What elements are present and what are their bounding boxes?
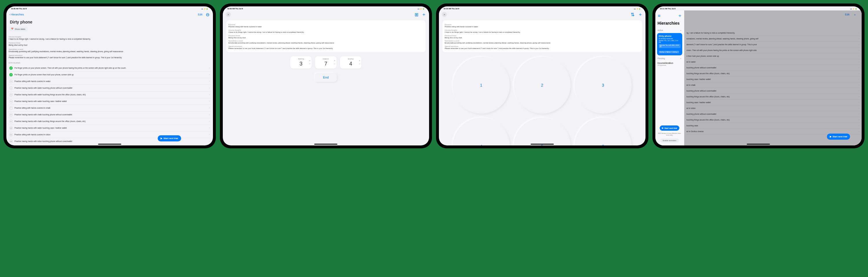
fab-label: Start next trial [163, 137, 178, 140]
chevron-right-icon: › [209, 87, 210, 89]
exposure-num: ✓ [9, 73, 13, 77]
sidebar-item-inconsideration[interactable]: Inconsideration 14 exposures [657, 60, 682, 67]
rating-label: Ending [342, 58, 359, 60]
card-text: Practice sitting with hands covered in w… [228, 26, 424, 28]
dim-overlay[interactable] [684, 10, 862, 145]
status-time: 10:09 AM [227, 8, 235, 9]
exposure-num: 11 [9, 133, 13, 136]
status-icons: ••• ⚡ 🔋 [202, 8, 208, 10]
stepper-icon[interactable]: ⇅ [630, 12, 635, 17]
rating-label: Starting [292, 58, 309, 60]
rating-value: 3 [292, 61, 309, 67]
minus-icon[interactable]: − [359, 62, 361, 65]
home-indicator[interactable] [747, 144, 770, 145]
exposure-row[interactable]: 13Practice having hands with lotion touc… [9, 145, 211, 145]
keypad-key[interactable]: 6 [575, 118, 631, 145]
edit-button[interactable]: Edit [198, 13, 203, 16]
exposure-text: Practice having hands with water touchin… [14, 93, 208, 96]
end-button[interactable]: End [315, 73, 337, 82]
exposures-header: EXPOSURES [9, 62, 211, 64]
section-text: Please remember to use your hook stateme… [9, 56, 211, 59]
start-trial-fab[interactable]: ▶ Start next trial [660, 126, 679, 131]
exposure-text: Practice having hands with water touchin… [14, 127, 208, 129]
chevron-right-icon: › [209, 133, 210, 136]
exposure-text: Practice having hands with water touchin… [14, 87, 208, 89]
back-label: Hierarchies [11, 13, 24, 16]
section-text: Emotionally punishing self, justifying n… [9, 50, 211, 53]
home-indicator[interactable] [531, 144, 554, 145]
grid-icon[interactable]: ⊞ [414, 12, 418, 17]
rating-box[interactable]: Highest7+− [315, 56, 337, 69]
start-trial-fab[interactable]: ▶ Start next trial [827, 134, 850, 140]
show-dates-label: Show dates [15, 28, 26, 30]
show-dates-button[interactable]: 📅 Show dates [9, 27, 28, 31]
sidebar-section-pending[interactable]: Pending ⌄ [657, 56, 682, 60]
section-label: Intrusive thoughts [9, 36, 211, 38]
keypad-key[interactable]: 4 [453, 118, 510, 145]
exposure-num: 3 [9, 80, 13, 83]
keypad-key[interactable]: 5 [514, 118, 571, 145]
exposure-text: Practice sitting with hands covered in w… [14, 80, 208, 83]
home-indicator[interactable] [98, 144, 121, 145]
exposure-row[interactable]: 3Practice sitting with hands covered in … [9, 78, 211, 85]
sidebar-section-active[interactable]: Active ⌄ [657, 28, 682, 32]
plus-icon[interactable]: ＋ [422, 12, 426, 17]
rating-box[interactable]: Ending4+− [340, 56, 361, 69]
rating-label: Highest [317, 58, 334, 60]
rating-box[interactable]: Starting3+− [290, 56, 312, 69]
plus-icon[interactable]: + [309, 59, 311, 62]
keypad-key[interactable]: 1 [453, 57, 510, 114]
keypad-key[interactable]: 3 [575, 57, 631, 114]
exposure-row[interactable]: ✓Put finger prints on phone screen then … [9, 72, 211, 78]
close-button[interactable]: ✕ [226, 12, 231, 17]
card-label: Exposure [228, 24, 424, 26]
section-text: I have to do things right. I cannot be w… [9, 38, 211, 40]
section-text: Being shut out by God [9, 44, 211, 46]
chevron-right-icon: › [209, 127, 210, 129]
chevron-right-icon: › [209, 73, 210, 76]
status-bar: 10:11 AM Thu Jul 8 ••• ⚡ 🔋 [655, 6, 862, 10]
section-label: Special instructions [9, 54, 211, 56]
home-indicator[interactable] [314, 144, 337, 145]
plus-icon[interactable]: ＋ [678, 13, 682, 18]
status-bar: 10:10 AM Thu Jul 8 ••• ⚡ 🔋 [439, 6, 646, 10]
play-icon: ▶ [161, 137, 162, 140]
chevron-right-icon: › [209, 93, 210, 96]
exposure-row[interactable]: 8Practice having hands with chalk touchi… [9, 112, 211, 118]
enable-reminders-button[interactable]: Enable reminders [660, 138, 679, 143]
exposure-row[interactable]: 7Practice sitting with hands covered in … [9, 105, 211, 112]
exposure-row[interactable]: 6Practice having hands with water touchi… [9, 98, 211, 105]
status-bar: 10:09 AM Thu Jul 8 ••• ⚡ 🔋 [6, 6, 213, 10]
exposure-row[interactable]: 5Practice having hands with water touchi… [9, 91, 211, 98]
plus-icon[interactable]: + [334, 59, 336, 62]
exposure-text: Practice sitting with hands covered in c… [14, 107, 208, 109]
minus-icon[interactable]: − [334, 62, 336, 65]
exposure-row[interactable]: 4Practice having hands with water touchi… [9, 85, 211, 91]
exposure-num: 5 [9, 93, 13, 96]
more-icon[interactable]: ⊖ [206, 12, 210, 17]
exposure-num: 4 [9, 86, 13, 90]
exposure-row[interactable]: ✓Put finger prints on your phone screen.… [9, 65, 211, 72]
rating-value: 7 [317, 61, 334, 67]
exposure-row[interactable]: 9Practice having hands with chalk touchi… [9, 118, 211, 125]
status-date: Thu Jul 8 [19, 8, 27, 9]
plus-icon[interactable]: + [359, 59, 361, 62]
exposure-num: 8 [9, 113, 13, 116]
start-trial-fab[interactable]: ▶ Start next trial [158, 135, 181, 141]
exposure-text: Practice having hands with water touchin… [14, 100, 208, 103]
sidebar-note: ERP therapy is most effective when done … [657, 132, 682, 136]
plus-icon[interactable]: ＋ [638, 12, 643, 17]
minus-icon[interactable]: − [309, 62, 311, 65]
section-label: Perceived threat [9, 42, 211, 44]
chevron-down-icon: ⌄ [680, 29, 682, 31]
back-button[interactable]: ‹ Hierarchies [9, 13, 24, 16]
sidebar-title: Hierarchies [657, 20, 682, 28]
chevron-down-icon: ⌄ [680, 57, 682, 59]
exposure-row[interactable]: 10Practice having hands with water touch… [9, 125, 211, 132]
chevron-right-icon: › [209, 100, 210, 103]
exposure-num: 12 [9, 140, 13, 143]
sidebar-card-dirty-phone[interactable]: Dirty phone 20 pending exposures Started… [657, 33, 682, 55]
sidebar-toggle-icon[interactable]: ▤ [657, 13, 662, 18]
close-button[interactable]: ✕ [442, 12, 447, 17]
keypad-key[interactable]: 2 [514, 57, 571, 114]
